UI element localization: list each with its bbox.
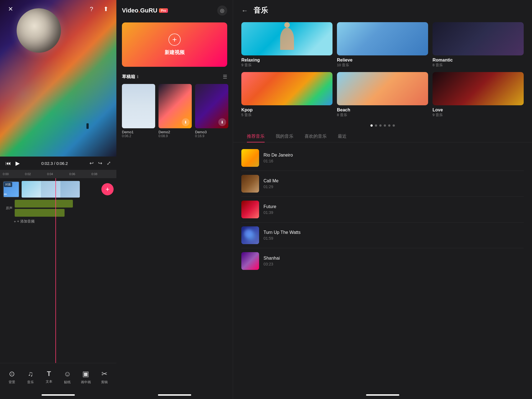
playback-controls: ⏮ ▶ 0:02.3 / 0:06.2 ↩ ↪ ⤢ — [0, 157, 116, 170]
category-kpop[interactable]: Kpop 5 音乐 — [241, 72, 332, 117]
draft-name-demo2: Demo2 — [158, 130, 192, 134]
music-name-callme: Call Me — [264, 178, 524, 183]
sticker-label: 贴纸 — [64, 380, 71, 385]
draft-item-demo3[interactable]: ⬇ Demo3 0:16.9 — [195, 84, 228, 138]
category-count-relaxing: 9 音乐 — [241, 63, 332, 68]
category-relieve[interactable]: Relieve 10 音乐 — [337, 22, 428, 68]
music-name-watts: Turn Up The Watts — [264, 230, 524, 235]
list-view-button[interactable]: ☰ — [223, 74, 227, 80]
drafts-info-icon: ℹ — [137, 75, 138, 79]
music-icon: ♫ — [28, 370, 33, 378]
tab-liked[interactable]: 喜欢的音乐 — [299, 131, 332, 142]
redo-button[interactable]: ↪ — [98, 160, 102, 166]
category-name-romantic: Romantic — [433, 58, 524, 63]
clip-thumbnail[interactable] — [22, 181, 80, 198]
clip-frame-3 — [60, 181, 80, 198]
category-love[interactable]: Love 9 音乐 — [433, 72, 524, 117]
skip-back-button[interactable]: ⏮ — [6, 160, 11, 167]
category-romantic[interactable]: Romantic 8 音乐 — [433, 22, 524, 68]
category-count-beach: 8 音乐 — [337, 112, 428, 117]
page-dot-5[interactable] — [388, 124, 390, 127]
pro-badge: Pro — [159, 8, 168, 13]
tool-canvas[interactable]: ▣ 画中画 — [78, 370, 93, 385]
music-item-rio[interactable]: Rio De Janeiro 01:16 — [241, 145, 524, 171]
draft-more-icon-demo1[interactable]: ··· — [149, 121, 153, 126]
music-item-future[interactable]: Future 01:39 — [241, 197, 524, 222]
music-duration-shanhai: 03:23 — [264, 262, 524, 266]
drafts-title-text: 草稿箱 — [122, 74, 135, 80]
tool-edit[interactable]: ✂ 剪辑 — [97, 370, 112, 385]
export-button[interactable]: ⬆ — [101, 4, 111, 14]
logo: Video.GuRU Pro — [122, 7, 168, 14]
undo-button[interactable]: ↩ — [89, 160, 94, 166]
draft-name-demo1: Demo1 — [122, 130, 155, 134]
music-title: 音乐 — [254, 6, 268, 15]
audio-track-bar-2[interactable] — [15, 209, 65, 217]
draft-download-demo3[interactable]: ⬇ — [218, 118, 226, 126]
draft-download-demo2[interactable]: ⬇ — [182, 118, 190, 126]
tab-recent[interactable]: 最近 — [332, 131, 352, 142]
new-video-button[interactable]: + 新建视频 — [122, 22, 227, 67]
add-audio-button[interactable]: + + 添加音频 — [14, 219, 114, 224]
music-label: 音乐 — [27, 380, 34, 385]
draft-duration-demo2: 0:08.9 — [158, 134, 192, 138]
music-art-watts — [241, 226, 259, 244]
category-thumb-love — [433, 72, 524, 105]
audio-track-content — [15, 200, 114, 217]
tool-sticker[interactable]: ☺ 贴纸 — [60, 370, 75, 385]
music-item-callme[interactable]: Call Me 01:29 — [241, 171, 524, 197]
tab-recommended[interactable]: 推荐音乐 — [241, 131, 270, 142]
help-button[interactable]: ? — [86, 4, 96, 14]
right-panel: ← 音乐 Relaxing 9 音乐 Relieve 10 音乐 — [233, 0, 532, 399]
draft-thumbnail-demo2: ⬇ — [158, 84, 192, 128]
music-duration-watts: 01:59 — [264, 236, 524, 241]
category-relaxing[interactable]: Relaxing 9 音乐 — [241, 22, 332, 68]
bottom-bar-right — [233, 391, 532, 399]
music-item-shanhai[interactable]: Shanhai 03:23 — [241, 248, 524, 274]
page-dot-1[interactable] — [370, 124, 373, 127]
video-track-row: 封面 ✏ + — [3, 181, 114, 198]
draft-thumbnail-demo1: ··· — [122, 84, 155, 128]
play-button[interactable]: ▶ — [16, 160, 20, 167]
page-dot-3[interactable] — [379, 124, 382, 127]
video-moon — [17, 8, 61, 53]
cover-thumbnail[interactable]: 封面 ✏ — [3, 181, 19, 198]
video-track-content[interactable] — [22, 181, 99, 198]
music-name-rio: Rio De Janeiro — [264, 153, 524, 158]
close-button[interactable]: ✕ — [6, 4, 16, 14]
video-figure — [86, 123, 89, 129]
fullscreen-button[interactable]: ⤢ — [107, 160, 111, 166]
tool-text[interactable]: T 文本 — [41, 370, 57, 384]
category-beach[interactable]: Beach 8 音乐 — [337, 72, 428, 117]
music-item-watts[interactable]: Turn Up The Watts 01:59 — [241, 222, 524, 248]
ruler-mark-1: 0:02 — [25, 172, 47, 176]
page-dot-4[interactable] — [384, 124, 386, 127]
time-display: 0:02.3 / 0:06.2 — [24, 161, 85, 166]
category-thumb-romantic — [433, 22, 524, 55]
new-video-plus-icon: + — [168, 34, 181, 46]
video-background — [0, 0, 116, 157]
music-duration-future: 01:39 — [264, 210, 524, 215]
draft-item-demo2[interactable]: ⬇ Demo2 0:08.9 — [158, 84, 192, 138]
settings-button[interactable]: ◎ — [217, 6, 227, 16]
audio-track-bar-1[interactable] — [15, 200, 73, 208]
ruler-mark-0: 0:00 — [3, 172, 25, 176]
draft-item-demo1[interactable]: ··· Demo1 0:06.2 — [122, 84, 155, 138]
clip-frame-2 — [41, 181, 60, 198]
add-track-button[interactable]: + — [101, 183, 114, 195]
tool-music[interactable]: ♫ 音乐 — [23, 370, 38, 385]
page-dot-6[interactable] — [393, 124, 395, 127]
page-dot-2[interactable] — [375, 124, 377, 127]
page-dots — [233, 123, 532, 131]
home-indicator-middle — [158, 394, 191, 396]
ruler-mark-4: 0:08 — [91, 172, 114, 176]
back-button[interactable]: ← — [241, 7, 248, 14]
category-thumb-kpop — [241, 72, 332, 105]
video-top-controls: ✕ ? ⬆ — [0, 4, 116, 14]
text-label: 文本 — [46, 379, 52, 384]
tool-background[interactable]: ⊙ 背景 — [4, 370, 20, 385]
music-name-future: Future — [264, 204, 524, 209]
edit-icon[interactable]: ✏ — [4, 192, 7, 196]
music-info-watts: Turn Up The Watts 01:59 — [264, 230, 524, 241]
tab-my-music[interactable]: 我的音乐 — [270, 131, 299, 142]
